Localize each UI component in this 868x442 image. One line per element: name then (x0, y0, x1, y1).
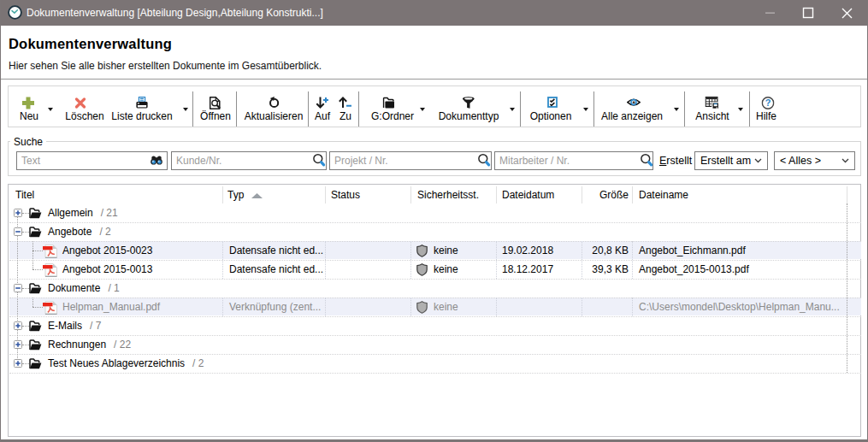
svg-text:?: ? (765, 97, 771, 108)
